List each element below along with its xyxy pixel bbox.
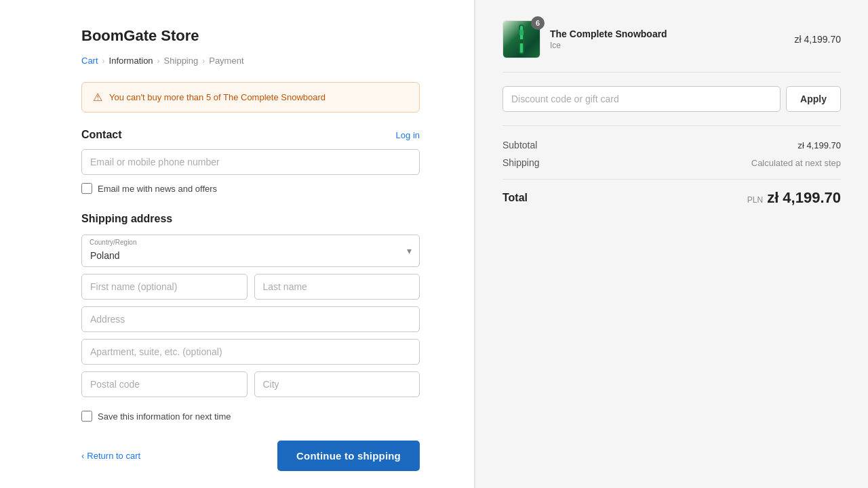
breadcrumb-sep-3: › xyxy=(202,56,205,66)
contact-section-header: Contact Log in xyxy=(81,129,420,141)
shipping-row: Shipping Calculated at next step xyxy=(502,157,841,168)
product-image-wrap: 6 xyxy=(502,20,540,58)
apt-input[interactable] xyxy=(81,339,420,365)
bottom-actions: ‹ Return to cart Continue to shipping xyxy=(81,441,420,471)
shipping-value: Calculated at next step xyxy=(751,158,841,168)
left-panel: BoomGate Store Cart › Information › Ship… xyxy=(0,0,475,488)
summary-rows: Subtotal zł 4,199.70 Shipping Calculated… xyxy=(502,140,841,168)
store-name: BoomGate Store xyxy=(81,27,420,45)
apt-wrap xyxy=(81,339,420,365)
chevron-left-icon: ‹ xyxy=(81,451,84,461)
contact-title: Contact xyxy=(81,129,122,141)
alert-box: ⚠ You can't buy more than 5 of The Compl… xyxy=(81,82,420,113)
name-row xyxy=(81,274,420,300)
address-wrap xyxy=(81,306,420,332)
svg-rect-2 xyxy=(519,30,524,35)
subtotal-row: Subtotal zł 4,199.70 xyxy=(502,140,841,150)
svg-rect-3 xyxy=(519,39,524,43)
return-label: Return to cart xyxy=(87,451,140,461)
save-info-label: Save this information for next time xyxy=(98,411,231,422)
apply-button[interactable]: Apply xyxy=(786,86,841,112)
breadcrumb-payment: Payment xyxy=(209,56,243,66)
email-input[interactable] xyxy=(81,149,420,175)
login-link[interactable]: Log in xyxy=(396,130,420,140)
total-row: Total PLN zł 4,199.70 xyxy=(502,179,841,207)
alert-message: You can't buy more than 5 of The Complet… xyxy=(109,92,326,102)
right-panel: 6 The Complete Snowboard Ice zł 4,199.70… xyxy=(475,0,868,488)
discount-input[interactable] xyxy=(502,86,781,112)
shipping-label: Shipping xyxy=(502,157,540,168)
shipping-title: Shipping address xyxy=(81,213,420,225)
country-select-wrap: Country/Region Poland ▾ xyxy=(81,235,420,267)
save-info-row: Save this information for next time xyxy=(81,411,420,422)
newsletter-label: Email me with news and offers xyxy=(98,184,217,194)
breadcrumb-shipping: Shipping xyxy=(164,56,199,66)
newsletter-row: Email me with news and offers xyxy=(81,183,420,194)
breadcrumb: Cart › Information › Shipping › Payment xyxy=(81,56,420,66)
product-price: zł 4,199.70 xyxy=(795,34,842,45)
product-badge: 6 xyxy=(531,16,545,30)
breadcrumb-sep-2: › xyxy=(157,56,160,66)
last-name-input[interactable] xyxy=(254,274,420,300)
product-row: 6 The Complete Snowboard Ice zł 4,199.70 xyxy=(502,20,841,73)
total-value-wrap: PLN zł 4,199.70 xyxy=(747,189,841,207)
product-name: The Complete Snowboard xyxy=(550,28,785,39)
return-to-cart-link[interactable]: ‹ Return to cart xyxy=(81,451,140,461)
breadcrumb-sep-1: › xyxy=(102,56,105,66)
subtotal-value: zł 4,199.70 xyxy=(797,140,841,150)
save-info-checkbox[interactable] xyxy=(81,411,92,422)
continue-button[interactable]: Continue to shipping xyxy=(277,441,420,471)
city-input[interactable] xyxy=(254,371,420,397)
discount-row: Apply xyxy=(502,86,841,126)
breadcrumb-cart[interactable]: Cart xyxy=(81,56,98,66)
country-label: Country/Region xyxy=(90,239,136,246)
postal-city-row xyxy=(81,371,420,397)
email-input-wrap xyxy=(81,149,420,175)
product-info: The Complete Snowboard Ice xyxy=(550,28,785,50)
snowboard-svg xyxy=(515,23,528,56)
breadcrumb-information: Information xyxy=(109,56,153,66)
first-name-input[interactable] xyxy=(81,274,248,300)
newsletter-checkbox[interactable] xyxy=(81,183,92,194)
address-input[interactable] xyxy=(81,306,420,332)
subtotal-label: Subtotal xyxy=(502,140,537,150)
alert-icon: ⚠ xyxy=(93,91,102,104)
postal-input[interactable] xyxy=(81,371,248,397)
total-currency-code: PLN xyxy=(747,195,763,205)
total-amount: zł 4,199.70 xyxy=(767,189,841,207)
total-label: Total xyxy=(502,192,528,204)
product-variant: Ice xyxy=(550,41,785,50)
